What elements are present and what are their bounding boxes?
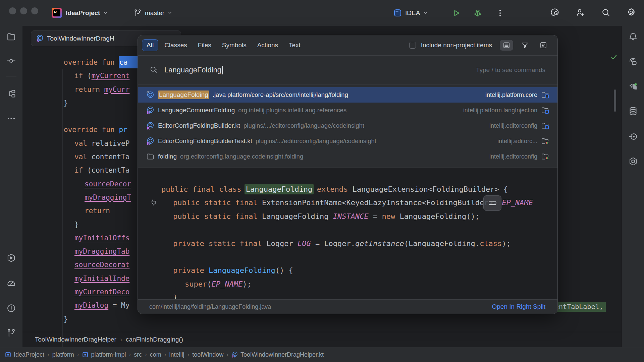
intellij-logo-icon: IJ [52,8,62,18]
editor-breadcrumbs[interactable]: ToolWindowInnerDragHelper›canFinishDragg… [22,332,622,347]
status-separator: › [129,351,131,358]
problems-toolwindow-button[interactable] [6,303,16,313]
ai-assistant-toolwindow-button[interactable] [628,56,638,66]
preview-pane: public final class LanguageFolding exten… [138,168,557,299]
settings-button[interactable] [627,8,636,18]
status-separator: › [226,351,228,358]
chevron-down-icon [167,10,172,15]
status-path-item[interactable]: toolWindow [192,351,223,358]
tab-actions[interactable]: Actions [253,39,283,51]
ai-swirl-icon [550,8,559,17]
editor-code[interactable]: override fun caif (myCurrentreturn myCur… [64,56,141,326]
search-result-row[interactable]: LanguageCommentFoldingorg.intellij.plugi… [138,103,557,118]
include-non-project-checkbox[interactable] [409,42,416,49]
code-line: override fun pr [64,123,141,136]
search-result-row[interactable]: foldingorg.editorconfig.language.codeins… [138,149,557,164]
open-in-editor-icon [539,41,547,49]
vcs-branch-widget[interactable]: master [133,0,172,26]
open-in-editor-button[interactable] [537,40,550,51]
window-minimize-button[interactable] [20,7,27,14]
status-path-item[interactable]: platform [52,351,74,358]
status-path-item[interactable]: intellij [169,351,184,358]
search-button[interactable] [601,8,610,18]
more-toolwindow-button[interactable] [6,114,16,123]
status-path-item[interactable]: platform-impl [82,351,126,358]
notifications-toolwindow-button[interactable] [628,32,638,42]
tab-text[interactable]: Text [284,39,305,51]
kotlin-class-icon [146,121,155,130]
status-path-item[interactable]: ToolWindowInnerDragHelper.kt [231,351,324,358]
endpoints-toolwindow-button[interactable] [628,132,638,141]
status-path-item[interactable]: com [150,351,161,358]
status-path-label: com [150,351,161,358]
search-everywhere-popup: AllClassesFilesSymbolsActionsText Includ… [138,35,558,314]
status-path-item[interactable]: IdeaProject [5,351,44,358]
result-file-path: com/intellij/lang/folding/LanguageFoldin… [149,303,271,310]
filter-icon [521,41,529,49]
profiler-icon [6,278,16,288]
search-result-row[interactable]: EditorConfigFoldingBuilderTest.ktplugins… [138,133,557,149]
settings-icon [627,8,636,17]
blue-square-icon [5,351,11,358]
code-line: myInitialOffs [74,231,141,245]
inspections-ok-icon[interactable] [610,53,618,61]
services-toolwindow-button[interactable] [6,253,16,263]
folder-toolwindow-button[interactable] [6,32,16,42]
status-separator: › [187,351,190,358]
code-line: sourceDecorat [74,258,141,272]
window-zoom-button[interactable] [31,7,38,14]
ai-swirl-button[interactable] [550,8,559,18]
window-close-button[interactable] [9,7,16,14]
tab-files[interactable]: Files [193,39,216,51]
module-icon [541,106,549,115]
result-name: LanguageFolding [158,90,209,99]
status-bar[interactable]: IdeaProject›platform›platform-impl›src›c… [0,347,644,362]
breadcrumb-item[interactable]: ToolWindowInnerDragHelper [35,336,116,343]
status-path-item[interactable]: src [134,351,142,358]
preview-toggle-button[interactable] [500,40,513,51]
editor-scrollbar-thumb[interactable] [614,89,616,112]
status-separator: › [164,351,166,358]
search-result-row[interactable]: LanguageFolding.java platform/core-api/s… [138,87,557,103]
search-field[interactable]: LanguageFolding Type / to see commands [138,56,557,84]
kotlin-class-icon [146,106,155,115]
commit-toolwindow-button[interactable] [6,56,16,66]
dependencies-toolwindow-button[interactable] [628,157,638,166]
structure-toolwindow-button[interactable] [6,89,16,99]
tab-classes[interactable]: Classes [160,39,192,51]
folder-item-icon [146,152,155,161]
editor-tab-title: ToolWindowInnerDragH [47,35,114,42]
profiler-toolwindow-button[interactable] [6,278,16,288]
breadcrumb-item[interactable]: canFinishDragging() [126,336,183,343]
notifications-icon [628,32,638,42]
gradle-toolwindow-button[interactable] [628,81,638,91]
left-toolwindow-stripe [0,26,23,347]
include-non-project-label: Include non-project items [421,42,492,49]
stripe-divider [6,76,16,76]
status-path-label: platform-impl [91,351,126,358]
gutter-separator [54,47,54,347]
run-configuration-widget[interactable]: IDEA [393,0,428,26]
git-branch-toolwindow-button[interactable] [6,328,16,338]
open-in-right-split-link[interactable]: Open In Right Split [492,303,545,310]
search-result-row[interactable]: EditorConfigFoldingBuilder.ktplugins/...… [138,118,557,133]
code-line [161,223,557,237]
code-line: public final class LanguageFolding exten… [161,183,557,196]
code-line: myCurrentDeco [74,285,141,299]
result-module: intellij.editorc... [493,138,537,145]
status-path-label: IdeaProject [14,351,44,358]
project-widget[interactable]: IdeaProject [66,0,108,26]
tab-symbols[interactable]: Symbols [217,39,251,51]
result-location: .java platform/core-api/src/com/intellij… [213,91,348,99]
filter-button[interactable] [518,40,532,51]
run-button[interactable] [451,0,461,26]
database-toolwindow-button[interactable] [628,106,638,116]
popup-header: AllClassesFilesSymbolsActionsText Includ… [138,35,557,56]
tab-all[interactable]: All [142,39,158,51]
code-with-me-button[interactable] [576,8,585,18]
debug-button[interactable] [473,0,482,26]
more-run-actions-button[interactable] [495,0,505,26]
editor-floating-widget[interactable] [483,195,501,211]
status-path-label: ToolWindowInnerDragHelper.kt [240,351,324,358]
code-line: } [173,291,557,299]
